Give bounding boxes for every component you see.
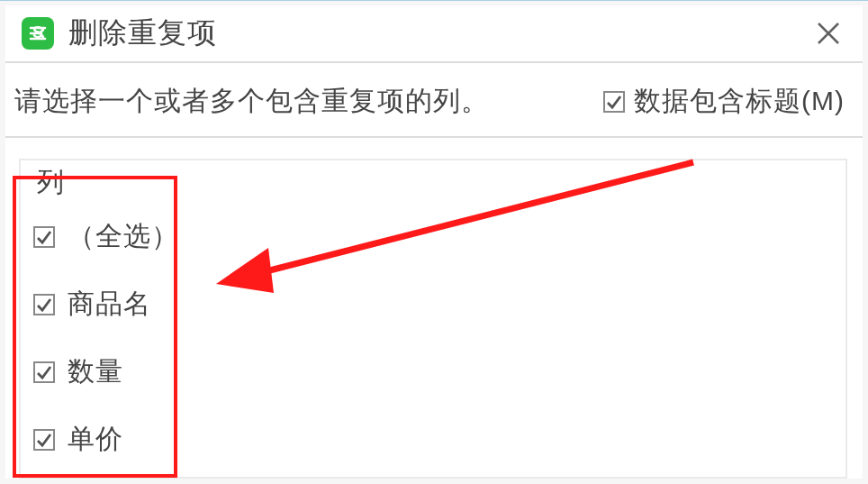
column-item-select-all[interactable]: （全选） xyxy=(33,218,179,255)
headers-checkbox[interactable]: 数据包含标题(M) xyxy=(603,83,845,120)
column-item[interactable]: 单价 xyxy=(33,421,179,458)
remove-duplicates-dialog: S 删除重复项 请选择一个或者多个包含重复项的列。 数据包含标题(M) 列 （全… xyxy=(5,5,863,479)
prompt-row: 请选择一个或者多个包含重复项的列。 数据包含标题(M) xyxy=(5,63,863,138)
checkbox-icon xyxy=(33,226,55,248)
close-icon xyxy=(816,21,841,46)
app-icon: S xyxy=(22,17,54,50)
column-item[interactable]: 商品名 xyxy=(33,286,179,323)
checkbox-icon xyxy=(33,294,55,315)
close-button[interactable] xyxy=(807,12,850,55)
column-item-label: 单价 xyxy=(68,421,123,458)
window-top-border xyxy=(0,0,868,2)
column-item-label: （全选） xyxy=(68,218,179,255)
column-list-container: 列 （全选） 商品名 数量 单价 xyxy=(19,159,847,479)
headers-checkbox-label: 数据包含标题(M) xyxy=(634,83,845,120)
checkbox-icon xyxy=(33,429,55,451)
titlebar: S 删除重复项 xyxy=(5,5,863,63)
column-item-label: 数量 xyxy=(68,353,123,390)
checkbox-icon xyxy=(603,91,625,113)
column-list-header: 列 xyxy=(37,164,64,201)
column-item[interactable]: 数量 xyxy=(33,353,179,390)
prompt-text: 请选择一个或者多个包含重复项的列。 xyxy=(14,83,489,120)
checkbox-icon xyxy=(33,361,55,383)
dialog-title: 删除重复项 xyxy=(68,14,217,53)
column-checklist: （全选） 商品名 数量 单价 xyxy=(33,218,179,458)
svg-text:S: S xyxy=(32,23,43,41)
column-item-label: 商品名 xyxy=(68,286,151,323)
